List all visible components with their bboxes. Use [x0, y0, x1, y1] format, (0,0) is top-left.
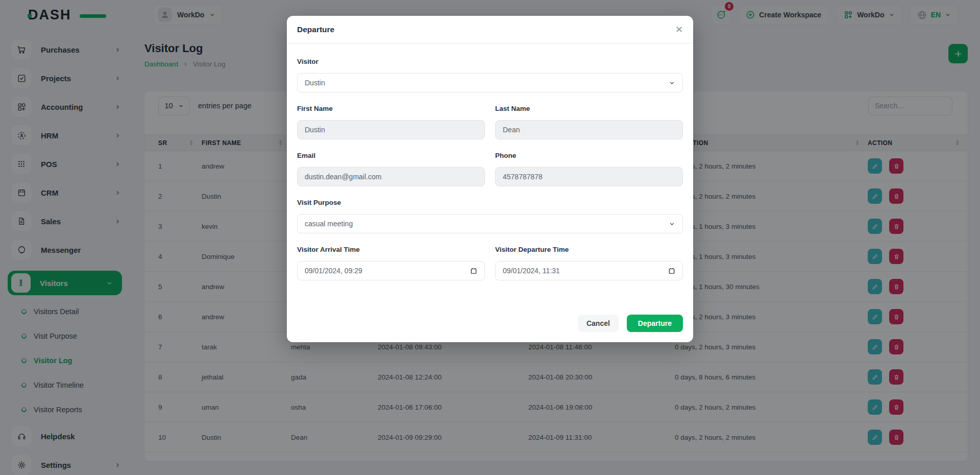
- visit-purpose-label: Visit Purpose: [297, 199, 683, 209]
- email-input[interactable]: dustin.dean@gmail.com: [297, 167, 485, 186]
- visit-purpose-selected-value: casual meeting: [305, 220, 669, 228]
- arrival-time-value: 09/01/2024, 09:29: [305, 267, 362, 275]
- chevron-down-icon: [669, 221, 675, 227]
- visitor-label: Visitor: [297, 58, 683, 68]
- phone-field-group: Phone 4578787878: [495, 152, 683, 186]
- arrival-time-field-group: Visitor Arrival Time 09/01/2024, 09:29: [297, 246, 485, 280]
- departure-time-field-group: Visitor Departure Time 09/01/2024, 11:31: [495, 246, 683, 280]
- departure-modal: Departure ✕ Visitor Dustin First Name Du…: [287, 16, 693, 342]
- modal-header: Departure ✕: [287, 16, 693, 43]
- time-fields-row: Visitor Arrival Time 09/01/2024, 09:29 V…: [297, 246, 683, 293]
- first-name-input[interactable]: Dustin: [297, 120, 485, 139]
- modal-title: Departure: [297, 25, 334, 34]
- first-name-label: First Name: [297, 105, 485, 115]
- arrival-time-input[interactable]: 09/01/2024, 09:29: [297, 261, 485, 280]
- calendar-icon[interactable]: [470, 267, 477, 274]
- first-name-field-group: First Name Dustin: [297, 105, 485, 139]
- modal-body: Visitor Dustin First Name Dustin Last Na…: [287, 43, 693, 315]
- email-field-group: Email dustin.dean@gmail.com: [297, 152, 485, 186]
- app-root: DASH WorkDo 0: [0, 0, 980, 475]
- chevron-down-icon: [669, 80, 675, 86]
- phone-input[interactable]: 4578787878: [495, 167, 683, 186]
- departure-time-input[interactable]: 09/01/2024, 11:31: [495, 261, 683, 280]
- contact-fields-row: Email dustin.dean@gmail.com Phone 457878…: [297, 152, 683, 199]
- visit-purpose-select[interactable]: casual meeting: [297, 214, 683, 233]
- visitor-field-group: Visitor Dustin: [297, 58, 683, 92]
- visitor-selected-value: Dustin: [305, 79, 669, 87]
- departure-time-label: Visitor Departure Time: [495, 246, 683, 256]
- close-icon[interactable]: ✕: [675, 24, 683, 35]
- departure-submit-button[interactable]: Departure: [627, 315, 683, 332]
- visitor-select[interactable]: Dustin: [297, 73, 683, 92]
- visit-purpose-field-group: Visit Purpose casual meeting: [297, 199, 683, 233]
- modal-footer: Cancel Departure: [287, 315, 693, 342]
- name-fields-row: First Name Dustin Last Name Dean: [297, 105, 683, 152]
- departure-time-value: 09/01/2024, 11:31: [503, 267, 560, 275]
- phone-label: Phone: [495, 152, 683, 162]
- email-label: Email: [297, 152, 485, 162]
- arrival-time-label: Visitor Arrival Time: [297, 246, 485, 256]
- last-name-label: Last Name: [495, 105, 683, 115]
- calendar-icon[interactable]: [668, 267, 675, 274]
- cancel-button[interactable]: Cancel: [578, 315, 619, 332]
- last-name-input[interactable]: Dean: [495, 120, 683, 139]
- last-name-field-group: Last Name Dean: [495, 105, 683, 139]
